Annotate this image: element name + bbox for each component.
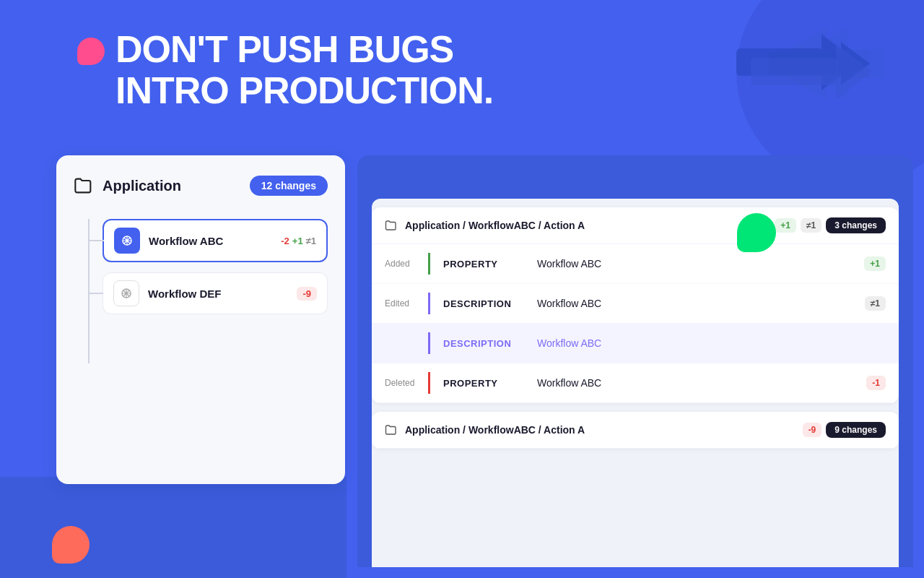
row-divider-added <box>428 253 430 275</box>
right-panel: Application / WorkflowABC / Action A -1 … <box>357 155 913 567</box>
left-panel-header: Application 12 changes <box>74 176 328 196</box>
change-card-2: Application / WorkflowABC / Action A -9 … <box>372 412 899 449</box>
change-card-2-header: Application / WorkflowABC / Action A -9 … <box>372 412 899 449</box>
workflow-def-icon <box>113 280 139 306</box>
arrow-decoration <box>736 18 881 112</box>
svg-marker-5 <box>836 43 872 100</box>
orange-blob-decoration <box>52 526 90 564</box>
change-row-deleted: Deleted PROPERTY Workflow ABC -1 <box>372 363 899 403</box>
hero-title: DON'T PUSH BUGS INTRO PRODUCTION. <box>116 29 493 111</box>
change-card-1-header: Application / WorkflowABC / Action A -1 … <box>372 207 899 244</box>
bottom-blue-strip <box>0 477 346 578</box>
workflow-tree: Workflow ABC -2 +1 ≠1 Workflow DEF -9 <box>82 219 328 314</box>
folder-icon-card1 <box>385 219 398 232</box>
row-divider-deleted <box>428 372 430 394</box>
change-card-1: Application / WorkflowABC / Action A -1 … <box>372 207 899 403</box>
workflow-item-def[interactable]: Workflow DEF -9 <box>103 272 328 314</box>
change-row-edited-old: Edited DESCRIPTION Workflow ABC ≠1 <box>372 284 899 324</box>
svg-rect-4 <box>751 58 837 85</box>
row-divider-edited-new <box>428 332 430 354</box>
green-blob-decoration <box>737 213 776 252</box>
left-panel: Application 12 changes Workflow ABC -2 +… <box>56 155 345 484</box>
row-divider-edited <box>428 293 430 314</box>
change-row-added: Added PROPERTY Workflow ABC +1 <box>372 244 899 284</box>
left-panel-title: Application <box>74 176 181 196</box>
folder-icon-card2 <box>385 423 398 436</box>
pink-blob-decoration <box>77 38 105 65</box>
change-card-2-path: Application / WorkflowABC / Action A <box>385 423 585 436</box>
change-card-2-badges: -9 9 changes <box>803 422 886 438</box>
workflow-def-badges: -9 <box>297 287 317 301</box>
workflow-abc-badges: -2 +1 ≠1 <box>281 236 316 246</box>
folder-icon <box>74 176 94 196</box>
change-row-edited-new: DESCRIPTION Workflow ABC <box>372 324 899 363</box>
right-panel-inner: Application / WorkflowABC / Action A -1 … <box>372 199 899 567</box>
changes-badge: 12 changes <box>250 176 328 196</box>
change-row-edited-group: Edited DESCRIPTION Workflow ABC ≠1 DESCR… <box>372 284 899 363</box>
workflow-abc-icon <box>114 228 140 254</box>
workflow-item-abc[interactable]: Workflow ABC -2 +1 ≠1 <box>103 219 328 262</box>
change-card-1-path: Application / WorkflowABC / Action A <box>385 219 585 232</box>
